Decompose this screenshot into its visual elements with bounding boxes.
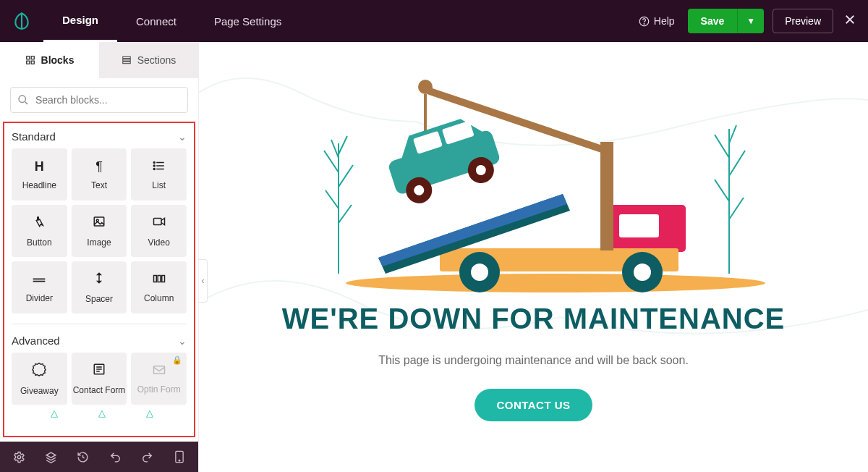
sidebar-tab-blocks-label: Blocks — [41, 54, 75, 66]
save-button-group: Save ▼ — [688, 9, 765, 33]
device-preview-button[interactable] — [166, 442, 192, 472]
blocks-panel: Standard ⌄ HHeadline ¶Text List Button I… — [3, 122, 195, 437]
tab-page-settings[interactable]: Page Settings — [195, 0, 300, 42]
chevron-down-icon: ⌄ — [178, 131, 187, 143]
tab-connect[interactable]: Connect — [117, 0, 195, 42]
blocks-icon — [25, 55, 35, 65]
block-label: Button — [27, 237, 52, 248]
contact-us-button[interactable]: CONTACT US — [475, 389, 592, 421]
svg-point-31 — [471, 264, 488, 281]
svg-rect-18 — [161, 275, 164, 282]
search-input[interactable] — [10, 87, 188, 113]
svg-rect-8 — [122, 62, 130, 63]
save-button[interactable]: Save — [688, 9, 738, 33]
text-icon: ¶ — [95, 159, 103, 174]
settings-button[interactable] — [6, 442, 32, 472]
svg-rect-2 — [26, 56, 29, 59]
block-button[interactable]: Button — [12, 205, 67, 257]
block-column[interactable]: Column — [131, 261, 187, 313]
block-contact-form[interactable]: Contact Form — [72, 353, 127, 405]
sidebar-tab-sections[interactable]: Sections — [99, 42, 198, 78]
svg-point-23 — [179, 460, 180, 461]
block-spacer[interactable]: Spacer — [72, 261, 127, 313]
block-video[interactable]: Video — [131, 205, 187, 257]
column-icon — [153, 272, 166, 287]
block-optin-form[interactable]: 🔒 Optin Form — [131, 353, 187, 405]
maintenance-illustration — [295, 56, 773, 295]
svg-rect-26 — [619, 214, 659, 237]
list-icon — [153, 159, 166, 174]
canvas[interactable]: ‹ — [199, 42, 868, 472]
group-advanced-header[interactable]: Advanced ⌄ — [4, 327, 194, 353]
block-headline[interactable]: HHeadline — [12, 148, 67, 201]
svg-point-12 — [153, 168, 155, 169]
group-divider — [12, 324, 187, 324]
hint-icon: △ — [146, 408, 153, 418]
headline-icon: H — [35, 159, 44, 174]
svg-rect-7 — [122, 59, 130, 61]
svg-rect-3 — [31, 56, 34, 59]
block-divider[interactable]: Divider — [12, 261, 67, 313]
undo-button[interactable] — [102, 442, 128, 472]
video-icon — [153, 215, 166, 232]
block-label: Text — [91, 180, 107, 190]
close-icon — [843, 13, 856, 26]
svg-point-24 — [346, 274, 765, 292]
history-icon — [77, 451, 89, 463]
svg-rect-4 — [26, 61, 29, 64]
nav-tabs: Design Connect Page Settings — [43, 0, 300, 42]
group-advanced-title: Advanced — [12, 334, 60, 347]
block-giveaway[interactable]: Giveaway — [12, 353, 67, 405]
layers-button[interactable] — [38, 442, 64, 472]
svg-rect-15 — [153, 218, 161, 224]
page-preview: WE'RE DOWN FOR MAINTENANCE This page is … — [199, 56, 868, 421]
redo-button[interactable] — [134, 442, 160, 472]
mobile-icon — [174, 450, 184, 463]
history-button[interactable] — [70, 442, 96, 472]
help-label: Help — [654, 15, 675, 27]
svg-point-10 — [153, 161, 155, 163]
block-label: Image — [87, 237, 111, 248]
hint-icon: △ — [51, 408, 58, 418]
block-image[interactable]: Image — [72, 205, 127, 257]
contact-form-icon — [93, 363, 106, 379]
svg-point-9 — [19, 96, 25, 102]
search-icon — [17, 94, 29, 106]
block-text[interactable]: ¶Text — [72, 148, 127, 201]
sections-icon — [122, 55, 132, 65]
svg-point-11 — [153, 165, 155, 167]
block-label: Column — [144, 293, 174, 303]
block-label: List — [152, 180, 166, 190]
svg-point-21 — [17, 455, 20, 458]
svg-rect-35 — [600, 142, 613, 250]
group-standard-title: Standard — [12, 130, 56, 143]
giveaway-icon — [32, 362, 46, 380]
help-link[interactable]: Help — [639, 15, 675, 27]
advanced-blocks-grid: Giveaway Contact Form 🔒 Optin Form — [4, 353, 194, 405]
layers-icon — [45, 451, 57, 463]
save-dropdown-button[interactable]: ▼ — [737, 9, 764, 33]
tab-design[interactable]: Design — [43, 0, 117, 42]
group-standard-header[interactable]: Standard ⌄ — [4, 123, 194, 148]
svg-rect-20 — [153, 366, 164, 374]
preview-button[interactable]: Preview — [773, 9, 833, 33]
sidebar: Blocks Sections Standard ⌄ HHeadline ¶Te… — [0, 42, 199, 472]
block-label: Optin Form — [137, 384, 181, 395]
search-wrap — [0, 78, 198, 122]
advanced-overflow-hints: △ △ △ — [4, 405, 194, 418]
block-list[interactable]: List — [131, 148, 187, 201]
chevron-down-icon: ⌄ — [178, 335, 187, 347]
spacer-icon — [93, 271, 106, 288]
lock-icon: 🔒 — [172, 355, 182, 365]
page-headline: WE'RE DOWN FOR MAINTENANCE — [199, 303, 868, 335]
optin-form-icon — [153, 363, 166, 379]
svg-rect-13 — [94, 217, 104, 226]
close-button[interactable] — [843, 12, 856, 30]
block-label: Contact Form — [73, 385, 126, 395]
button-icon — [33, 215, 46, 232]
standard-blocks-grid: HHeadline ¶Text List Button Image Video … — [4, 148, 194, 313]
sidebar-tab-blocks[interactable]: Blocks — [0, 42, 99, 78]
image-icon — [93, 215, 106, 232]
page-subtext: This page is undergoing maintenance and … — [199, 354, 868, 367]
redo-icon — [141, 451, 153, 463]
